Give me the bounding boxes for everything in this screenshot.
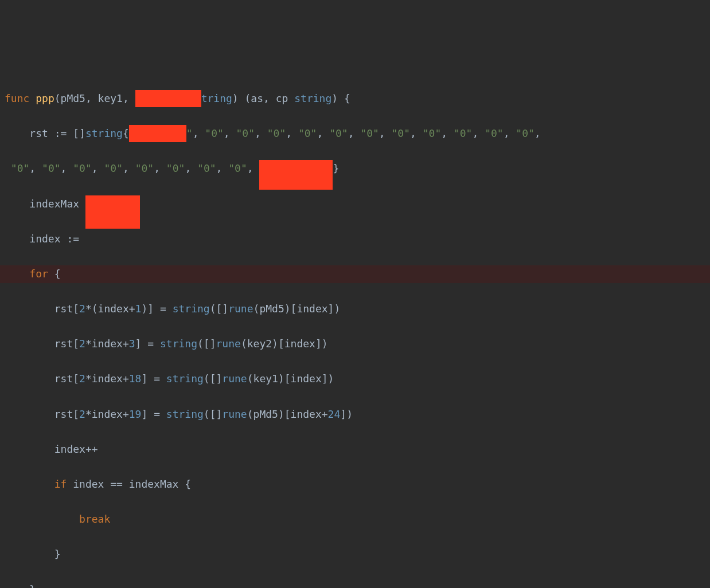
code-line: rst[2*index+3] = string([]rune(key2)[ind… <box>0 335 710 353</box>
redaction-box <box>135 90 201 107</box>
code-line: break <box>0 511 710 528</box>
code-line: } <box>0 581 710 588</box>
code-line: "0", "0", "0", "0", "0", "0", "0", "0", … <box>0 160 710 178</box>
redaction-box <box>85 195 140 229</box>
code-line: rst := []string{", "0", "0", "0", "0", "… <box>0 125 710 143</box>
string-literal: " <box>186 127 193 139</box>
code-line: index++ <box>0 441 710 458</box>
code-editor[interactable]: func ppp(pMd5, key1, tring) (as, cp stri… <box>0 72 710 588</box>
redaction-box <box>129 125 186 142</box>
code-line: indexMax <box>0 195 710 213</box>
code-line: func ppp(pMd5, key1, tring) (as, cp stri… <box>0 90 710 108</box>
code-line: rst[2*(index+1)] = string([]rune(pMd5)[i… <box>0 300 710 318</box>
code-line: if index == indexMax { <box>0 476 710 493</box>
code-line: rst[2*index+19] = string([]rune(pMd5)[in… <box>0 406 710 424</box>
code-line: } <box>0 546 710 563</box>
redaction-box <box>259 160 333 190</box>
code-line: index := <box>0 230 710 248</box>
code-line: rst[2*index+18] = string([]rune(key1)[in… <box>0 370 710 388</box>
code-line-highlighted: for { <box>0 265 710 283</box>
